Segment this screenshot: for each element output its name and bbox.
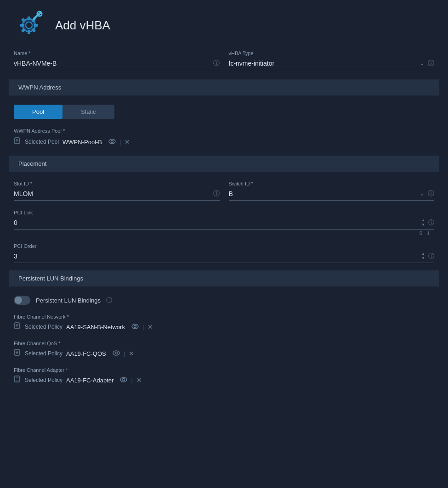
svg-point-18 bbox=[111, 140, 113, 143]
svg-rect-4 bbox=[20, 24, 24, 27]
wwpn-pool-actions: | ✕ bbox=[108, 138, 130, 146]
fc-qos-divider: | bbox=[124, 350, 125, 357]
pci-order-stepper: ▲ ▼ bbox=[421, 252, 425, 261]
switch-id-value: B bbox=[229, 189, 420, 198]
pci-link-wrapper: ▲ ▼ ⓘ bbox=[14, 218, 434, 230]
fc-adapter-actions: | ✕ bbox=[120, 376, 142, 384]
name-label: Name * bbox=[14, 50, 220, 56]
svg-point-35 bbox=[120, 377, 127, 382]
fc-adapter-clear-icon[interactable]: ✕ bbox=[136, 376, 142, 384]
slot-id-input[interactable] bbox=[14, 189, 213, 198]
pci-order-up-button[interactable]: ▲ bbox=[421, 252, 425, 256]
fc-adapter-selected-label: Selected Policy bbox=[25, 377, 62, 383]
wwpn-selected-label: Selected Pool bbox=[25, 139, 59, 145]
persistent-lun-info-icon[interactable]: ⓘ bbox=[106, 296, 112, 304]
fc-network-selected-value: AA19-SAN-B-Network bbox=[66, 324, 125, 331]
switch-id-col: Switch ID * B ⌄ ⓘ bbox=[229, 181, 435, 201]
pci-link-info-icon[interactable]: ⓘ bbox=[428, 219, 434, 227]
name-field-col: Name * ⓘ bbox=[14, 50, 220, 70]
fc-network-clear-icon[interactable]: ✕ bbox=[147, 323, 153, 331]
fc-qos-clear-icon[interactable]: ✕ bbox=[129, 350, 134, 357]
slot-id-col: Slot ID * ⓘ bbox=[14, 181, 220, 201]
fc-network-selected-row: Selected Policy AA19-SAN-B-Network | ✕ bbox=[14, 322, 434, 331]
pci-link-section: PCI Link ▲ ▼ ⓘ 0 - 1 bbox=[9, 210, 439, 236]
pool-toggle-button[interactable]: Pool bbox=[14, 105, 62, 119]
switch-id-info-icon[interactable]: ⓘ bbox=[428, 190, 434, 198]
name-info-icon[interactable]: ⓘ bbox=[213, 59, 220, 67]
fc-network-selected-label: Selected Policy bbox=[25, 324, 62, 330]
svg-point-24 bbox=[134, 325, 136, 328]
fc-adapter-view-icon[interactable] bbox=[120, 376, 127, 384]
persistent-lun-section: Persistent LUN Bindings Persistent LUN B… bbox=[9, 270, 439, 385]
pci-order-section: PCI Order ▲ ▼ ⓘ bbox=[9, 243, 439, 263]
wwpn-toggle-group: Pool Static bbox=[14, 105, 434, 119]
fc-adapter-selected-value: AA19-FC-Adapter bbox=[66, 377, 113, 384]
slot-id-info-icon[interactable]: ⓘ bbox=[213, 190, 220, 198]
svg-point-17 bbox=[109, 139, 115, 144]
persistent-lun-toggle[interactable] bbox=[14, 296, 30, 305]
pci-order-input[interactable] bbox=[14, 252, 421, 260]
vhba-type-col: vHBA Type fc-nvme-initiator ⌄ ⓘ bbox=[229, 50, 435, 70]
placement-section-header: Placement bbox=[9, 156, 439, 172]
fc-qos-doc-icon bbox=[14, 349, 21, 358]
form-container: Name * ⓘ vHBA Type fc-nvme-initiator ⌄ ⓘ… bbox=[0, 50, 448, 385]
vhba-type-label: vHBA Type bbox=[229, 50, 435, 56]
fc-adapter-label: Fibre Channel Adapter * bbox=[14, 367, 434, 373]
header: Add vHBA bbox=[0, 0, 448, 50]
persistent-lun-toggle-row: Persistent LUN Bindings ⓘ bbox=[9, 296, 439, 305]
vhba-type-chevron-icon: ⌄ bbox=[420, 60, 424, 67]
fc-network-doc-icon bbox=[14, 322, 21, 331]
pci-link-input[interactable] bbox=[14, 219, 421, 226]
switch-id-label: Switch ID * bbox=[229, 181, 435, 186]
wwpn-pool-clear-icon[interactable]: ✕ bbox=[125, 138, 130, 146]
fc-adapter-doc-icon bbox=[14, 376, 21, 385]
svg-rect-5 bbox=[34, 24, 38, 27]
fc-network-divider: | bbox=[142, 324, 144, 331]
fc-qos-selected-label: Selected Policy bbox=[25, 350, 62, 357]
wwpn-pool-view-icon[interactable] bbox=[108, 138, 116, 146]
wwpn-selected-value: WWPN-Pool-B bbox=[62, 139, 102, 146]
name-input[interactable] bbox=[14, 59, 213, 68]
svg-rect-3 bbox=[28, 30, 30, 34]
wwpn-section: WWPN Address Pool Static WWPN Address Po… bbox=[9, 79, 439, 146]
svg-rect-2 bbox=[28, 17, 30, 20]
switch-id-select[interactable]: B ⌄ ⓘ bbox=[229, 189, 435, 201]
pci-order-label: PCI Order bbox=[14, 243, 434, 249]
persistent-lun-title: Persistent LUN Bindings bbox=[18, 275, 83, 282]
svg-point-36 bbox=[123, 379, 125, 381]
wwpn-section-title: WWPN Address bbox=[18, 84, 61, 91]
wwpn-pool-divider: | bbox=[119, 139, 121, 146]
pci-order-info-icon[interactable]: ⓘ bbox=[428, 252, 434, 260]
wwpn-pool-label: WWPN Address Pool * bbox=[9, 128, 439, 134]
wwpn-selected-pool-row: Selected Pool WWPN-Pool-B | ✕ bbox=[9, 137, 439, 146]
pci-order-down-button[interactable]: ▼ bbox=[421, 256, 425, 261]
pci-link-down-button[interactable]: ▼ bbox=[421, 223, 425, 227]
fc-network-section: Fibre Channel Network * Selected Policy … bbox=[9, 314, 439, 331]
page-container: Add vHBA Name * ⓘ vHBA Type fc-nvme-init… bbox=[0, 0, 448, 412]
fc-adapter-section: Fibre Channel Adapter * Selected Policy … bbox=[9, 367, 439, 385]
wwpn-section-header: WWPN Address bbox=[9, 79, 439, 95]
fc-qos-selected-row: Selected Policy AA19-FC-QOS | ✕ bbox=[14, 349, 434, 358]
static-toggle-button[interactable]: Static bbox=[62, 105, 114, 119]
fc-qos-actions: | ✕ bbox=[113, 350, 134, 357]
fc-network-view-icon[interactable] bbox=[131, 323, 139, 331]
pci-link-up-button[interactable]: ▲ bbox=[421, 218, 425, 223]
vhba-type-info-icon[interactable]: ⓘ bbox=[428, 59, 434, 67]
switch-id-chevron-icon: ⌄ bbox=[420, 191, 424, 197]
name-type-row: Name * ⓘ vHBA Type fc-nvme-initiator ⌄ ⓘ bbox=[9, 50, 439, 70]
pci-link-label: PCI Link bbox=[14, 210, 434, 215]
svg-point-1 bbox=[26, 22, 32, 28]
fc-qos-view-icon[interactable] bbox=[113, 350, 120, 357]
vhba-type-select[interactable]: fc-nvme-initiator ⌄ ⓘ bbox=[229, 59, 435, 70]
fc-qos-label: Fibre Channel QoS * bbox=[14, 341, 434, 346]
page-title: Add vHBA bbox=[55, 18, 110, 33]
wwpn-pool-doc-icon bbox=[14, 137, 21, 146]
placement-section-title: Placement bbox=[18, 160, 46, 167]
svg-point-23 bbox=[132, 324, 138, 329]
header-icon bbox=[14, 9, 46, 41]
pci-link-range: 0 - 1 bbox=[14, 230, 434, 236]
fc-network-label: Fibre Channel Network * bbox=[14, 314, 434, 320]
fc-adapter-selected-row: Selected Policy AA19-FC-Adapter | ✕ bbox=[14, 376, 434, 385]
vhba-type-value: fc-nvme-initiator bbox=[229, 59, 420, 68]
fc-qos-selected-value: AA19-FC-QOS bbox=[66, 350, 106, 357]
